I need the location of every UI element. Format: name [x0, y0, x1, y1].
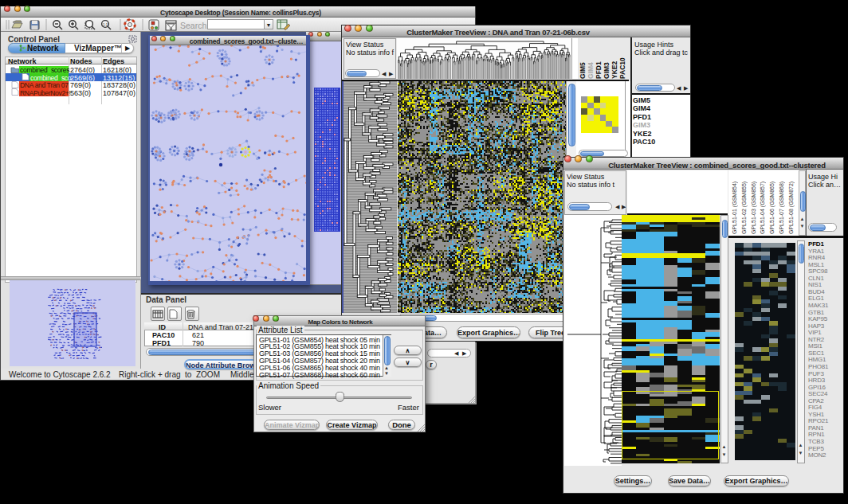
svg-text:1:1: 1:1 — [103, 23, 108, 27]
